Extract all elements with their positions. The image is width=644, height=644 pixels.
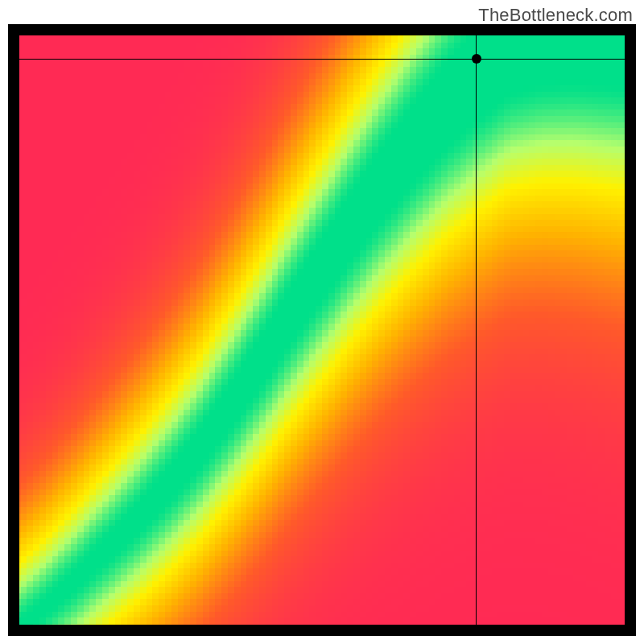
bottleneck-heatmap [8, 24, 636, 636]
attribution-text: TheBottleneck.com [478, 5, 633, 26]
chart-frame: TheBottleneck.com [0, 0, 644, 644]
